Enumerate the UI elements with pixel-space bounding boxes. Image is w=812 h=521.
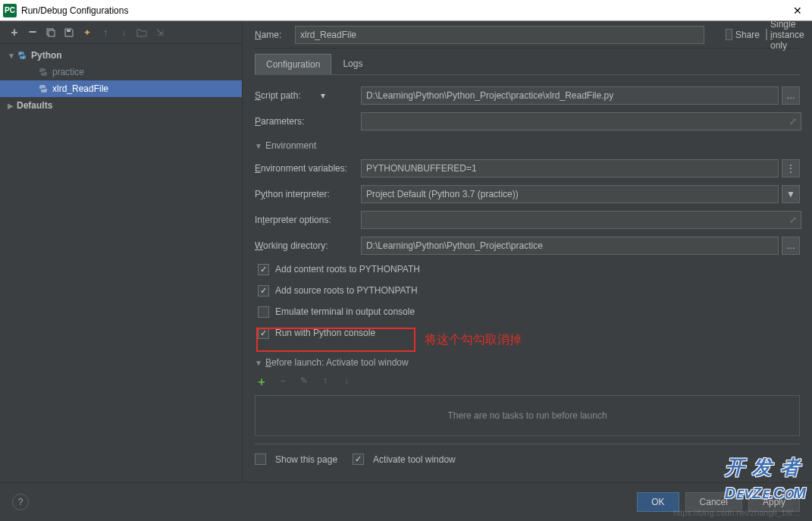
config-form: Script path: ▾ … Parameters: ⤢ ▼Environm…	[255, 75, 800, 477]
python-file-icon	[38, 83, 49, 94]
dropdown-button[interactable]: ▼	[782, 185, 800, 203]
checkbox-label: Run with Python console	[275, 328, 375, 338]
tab-logs[interactable]: Logs	[331, 53, 374, 74]
svg-point-4	[23, 57, 24, 58]
collapse-icon[interactable]: ⇲	[153, 26, 167, 39]
activate-tool-window-checkbox[interactable]	[353, 454, 364, 465]
copy-icon[interactable]	[44, 26, 58, 39]
remove-task-icon: −	[276, 375, 290, 389]
tree-python-root[interactable]: ▼ Python	[0, 47, 242, 64]
down-icon: ↓	[117, 26, 130, 39]
environment-header[interactable]: ▼Environment	[255, 140, 800, 151]
content-panel: Name: Share Single instance only Configu…	[243, 21, 812, 482]
checkbox-label: Activate tool window	[373, 454, 456, 465]
envvars-edit-button[interactable]: ⋮	[782, 159, 800, 177]
parameters-label: Parameters:	[255, 116, 361, 127]
titlebar: PC Run/Debug Configurations ✕	[0, 0, 812, 21]
checkbox-icon	[726, 29, 732, 40]
chevron-down-icon: ▼	[8, 52, 17, 60]
ok-button[interactable]: OK	[637, 492, 679, 512]
envvars-label: Environment variables:	[255, 163, 361, 174]
python-file-icon	[38, 67, 49, 77]
show-page-checkbox[interactable]	[255, 454, 266, 465]
tree-item-label: xlrd_ReadFile	[52, 83, 108, 94]
add-source-roots-checkbox[interactable]	[258, 285, 269, 297]
envvars-input[interactable]	[361, 159, 779, 177]
chevron-right-icon: ▶	[8, 102, 17, 110]
no-tasks-label: There are no tasks to run before launch	[447, 410, 607, 421]
before-launch-toolbar: + − ✎ ↑ ↓	[255, 372, 800, 395]
add-task-icon[interactable]: +	[255, 375, 268, 389]
save-icon[interactable]	[62, 26, 76, 39]
config-tree: ▼ Python practice xlrd_ReadFile ▶	[0, 44, 242, 482]
up-icon[interactable]: ↑	[99, 26, 112, 39]
interpopt-label: Interpreter options:	[255, 215, 361, 225]
edit-task-icon: ✎	[297, 375, 311, 389]
tabs: Configuration Logs	[255, 53, 800, 75]
window-title: Run/Debug Configurations	[21, 5, 786, 16]
python-icon	[17, 50, 27, 61]
close-icon[interactable]: ✕	[786, 5, 809, 17]
remove-config-icon[interactable]: −	[26, 26, 39, 39]
bottom-options: Show this page Activate tool window	[255, 444, 800, 469]
main-area: + − ✦ ↑ ↓ ⇲ ▼ Python	[0, 21, 812, 482]
footer: ? OK Cancel Apply https://blog.csdn.net/…	[0, 482, 812, 520]
cancel-button[interactable]: Cancel	[685, 492, 742, 512]
name-label: Name:	[255, 30, 289, 40]
pycharm-icon: PC	[3, 4, 17, 17]
checkbox-label: Add content roots to PYTHONPATH	[275, 264, 420, 275]
down-task-icon: ↓	[340, 375, 353, 389]
add-content-roots-checkbox[interactable]	[258, 264, 269, 275]
add-config-icon[interactable]: +	[8, 26, 21, 39]
share-checkbox[interactable]: Share	[726, 29, 760, 40]
tree-defaults[interactable]: ▶ Defaults	[0, 97, 242, 114]
sidebar: + − ✦ ↑ ↓ ⇲ ▼ Python	[0, 21, 243, 482]
browse-button[interactable]: …	[782, 237, 800, 255]
checkbox-label: Emulate terminal in output console	[275, 306, 415, 317]
caret-down-icon: ▼	[255, 359, 262, 367]
interpreter-label: Python interpreter:	[255, 189, 361, 199]
interpreter-select[interactable]	[361, 185, 779, 203]
folder-icon[interactable]	[135, 26, 149, 39]
parameters-input[interactable]	[361, 112, 801, 130]
annotation-text: 将这个勾勾取消掉	[425, 332, 522, 348]
svg-point-3	[20, 52, 21, 54]
svg-rect-1	[49, 30, 55, 36]
name-input[interactable]	[295, 26, 704, 44]
up-task-icon: ↑	[318, 375, 332, 389]
tree-item-label: practice	[52, 67, 84, 77]
checkbox-label: Show this page	[275, 454, 337, 465]
before-launch-list: There are no tasks to run before launch	[255, 395, 800, 436]
svg-rect-2	[67, 30, 71, 32]
tree-root-label: Python	[31, 50, 62, 61]
workdir-label: Working directory:	[255, 240, 361, 251]
tab-configuration[interactable]: Configuration	[255, 54, 331, 75]
tree-item-practice[interactable]: practice	[0, 64, 242, 80]
apply-button[interactable]: Apply	[748, 492, 800, 512]
workdir-input[interactable]	[361, 237, 779, 255]
tree-defaults-label: Defaults	[17, 100, 52, 111]
script-path-input[interactable]	[361, 86, 779, 105]
expand-field-icon[interactable]: ⤢	[786, 116, 800, 127]
wrench-icon[interactable]: ✦	[80, 26, 94, 39]
expand-field-icon[interactable]: ⤢	[786, 215, 800, 225]
interpopt-input[interactable]	[361, 211, 801, 229]
emulate-terminal-checkbox[interactable]	[258, 306, 269, 318]
name-row: Name: Share Single instance only	[255, 26, 800, 49]
sidebar-toolbar: + − ✦ ↑ ↓ ⇲	[0, 21, 242, 44]
run-python-console-checkbox[interactable]	[258, 328, 269, 339]
caret-down-icon: ▼	[255, 142, 262, 150]
help-button[interactable]: ?	[12, 494, 29, 510]
browse-button[interactable]: …	[782, 86, 800, 105]
tree-item-xlrd[interactable]: xlrd_ReadFile	[0, 80, 242, 97]
before-launch-header[interactable]: ▼Before launch: Activate tool window	[255, 357, 800, 368]
single-instance-checkbox[interactable]: Single instance only	[766, 21, 800, 51]
checkbox-icon	[766, 29, 767, 40]
script-path-label: Script path: ▾	[255, 90, 361, 101]
checkbox-label: Add source roots to PYTHONPATH	[275, 285, 418, 296]
